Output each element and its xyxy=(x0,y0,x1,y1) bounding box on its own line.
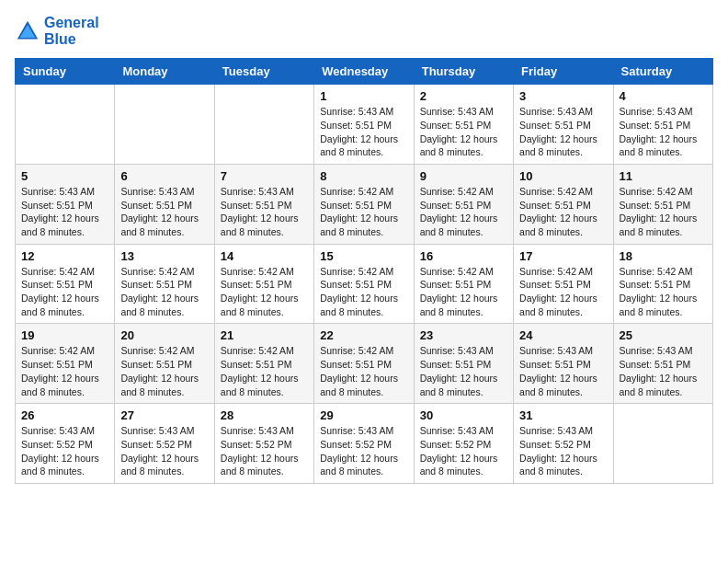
day-number: 17 xyxy=(519,249,607,263)
day-info: Sunrise: 5:42 AMSunset: 5:51 PMDaylight:… xyxy=(320,265,407,319)
day-info: Sunrise: 5:43 AMSunset: 5:51 PMDaylight:… xyxy=(221,185,308,239)
calendar-cell xyxy=(613,404,712,484)
day-info: Sunrise: 5:42 AMSunset: 5:51 PMDaylight:… xyxy=(620,185,707,239)
day-info: Sunrise: 5:43 AMSunset: 5:51 PMDaylight:… xyxy=(420,344,507,398)
day-number: 30 xyxy=(420,408,507,422)
day-info: Sunrise: 5:42 AMSunset: 5:51 PMDaylight:… xyxy=(320,344,407,398)
calendar-cell: 1Sunrise: 5:43 AMSunset: 5:51 PMDaylight… xyxy=(314,85,414,165)
calendar-cell xyxy=(115,85,214,165)
day-number: 16 xyxy=(420,249,507,263)
day-info: Sunrise: 5:43 AMSunset: 5:51 PMDaylight:… xyxy=(320,105,407,159)
calendar-cell xyxy=(16,85,115,165)
day-number: 28 xyxy=(221,408,308,422)
calendar-cell: 18Sunrise: 5:42 AMSunset: 5:51 PMDayligh… xyxy=(613,244,712,324)
day-info: Sunrise: 5:43 AMSunset: 5:51 PMDaylight:… xyxy=(620,344,707,398)
logo-icon xyxy=(15,18,40,44)
day-number: 3 xyxy=(519,89,607,103)
calendar-cell: 23Sunrise: 5:43 AMSunset: 5:51 PMDayligh… xyxy=(414,324,513,404)
calendar-week-row: 1Sunrise: 5:43 AMSunset: 5:51 PMDaylight… xyxy=(16,85,713,165)
day-info: Sunrise: 5:42 AMSunset: 5:51 PMDaylight:… xyxy=(221,344,308,398)
calendar-cell: 3Sunrise: 5:43 AMSunset: 5:51 PMDaylight… xyxy=(514,85,613,165)
calendar-cell: 9Sunrise: 5:42 AMSunset: 5:51 PMDaylight… xyxy=(414,164,513,244)
day-info: Sunrise: 5:43 AMSunset: 5:52 PMDaylight:… xyxy=(320,424,407,478)
day-number: 4 xyxy=(620,89,707,103)
calendar-cell: 8Sunrise: 5:42 AMSunset: 5:51 PMDaylight… xyxy=(314,164,414,244)
day-number: 8 xyxy=(320,169,407,183)
calendar-cell: 7Sunrise: 5:43 AMSunset: 5:51 PMDaylight… xyxy=(214,164,313,244)
day-info: Sunrise: 5:43 AMSunset: 5:52 PMDaylight:… xyxy=(120,424,208,478)
calendar-cell: 5Sunrise: 5:43 AMSunset: 5:51 PMDaylight… xyxy=(16,164,115,244)
calendar-cell: 20Sunrise: 5:42 AMSunset: 5:51 PMDayligh… xyxy=(115,324,214,404)
day-number: 23 xyxy=(420,328,507,342)
day-info: Sunrise: 5:43 AMSunset: 5:51 PMDaylight:… xyxy=(519,344,607,398)
calendar-cell: 12Sunrise: 5:42 AMSunset: 5:51 PMDayligh… xyxy=(16,244,115,324)
day-number: 26 xyxy=(21,408,108,422)
calendar-week-row: 26Sunrise: 5:43 AMSunset: 5:52 PMDayligh… xyxy=(16,404,713,484)
weekday-header-row: SundayMondayTuesdayWednesdayThursdayFrid… xyxy=(16,59,713,85)
day-number: 10 xyxy=(519,169,607,183)
calendar-cell: 31Sunrise: 5:43 AMSunset: 5:52 PMDayligh… xyxy=(514,404,613,484)
day-number: 5 xyxy=(21,169,108,183)
day-number: 2 xyxy=(420,89,507,103)
calendar-cell: 11Sunrise: 5:42 AMSunset: 5:51 PMDayligh… xyxy=(613,164,712,244)
calendar-cell: 13Sunrise: 5:42 AMSunset: 5:51 PMDayligh… xyxy=(115,244,214,324)
calendar-week-row: 5Sunrise: 5:43 AMSunset: 5:51 PMDaylight… xyxy=(16,164,713,244)
day-info: Sunrise: 5:42 AMSunset: 5:51 PMDaylight:… xyxy=(519,265,607,319)
calendar-cell: 2Sunrise: 5:43 AMSunset: 5:51 PMDaylight… xyxy=(414,85,513,165)
day-info: Sunrise: 5:42 AMSunset: 5:51 PMDaylight:… xyxy=(120,265,208,319)
calendar-cell: 14Sunrise: 5:42 AMSunset: 5:51 PMDayligh… xyxy=(214,244,313,324)
day-info: Sunrise: 5:43 AMSunset: 5:52 PMDaylight:… xyxy=(21,424,108,478)
weekday-header-sunday: Sunday xyxy=(16,59,115,85)
day-info: Sunrise: 5:43 AMSunset: 5:51 PMDaylight:… xyxy=(21,185,108,239)
logo-text-line1: General xyxy=(44,15,99,31)
weekday-header-wednesday: Wednesday xyxy=(314,59,414,85)
calendar-cell: 22Sunrise: 5:42 AMSunset: 5:51 PMDayligh… xyxy=(314,324,414,404)
day-number: 7 xyxy=(221,169,308,183)
weekday-header-monday: Monday xyxy=(115,59,214,85)
calendar-cell: 17Sunrise: 5:42 AMSunset: 5:51 PMDayligh… xyxy=(514,244,613,324)
calendar-cell: 6Sunrise: 5:43 AMSunset: 5:51 PMDaylight… xyxy=(115,164,214,244)
day-number: 21 xyxy=(221,328,308,342)
calendar-header: SundayMondayTuesdayWednesdayThursdayFrid… xyxy=(16,59,713,85)
day-number: 11 xyxy=(620,169,707,183)
logo-text-line2: Blue xyxy=(44,31,99,48)
weekday-header-tuesday: Tuesday xyxy=(214,59,313,85)
calendar-cell: 27Sunrise: 5:43 AMSunset: 5:52 PMDayligh… xyxy=(115,404,214,484)
day-number: 24 xyxy=(519,328,607,342)
calendar-cell: 21Sunrise: 5:42 AMSunset: 5:51 PMDayligh… xyxy=(214,324,313,404)
page-header: General Blue xyxy=(15,15,713,47)
calendar-cell: 24Sunrise: 5:43 AMSunset: 5:51 PMDayligh… xyxy=(514,324,613,404)
day-info: Sunrise: 5:43 AMSunset: 5:51 PMDaylight:… xyxy=(120,185,208,239)
calendar-week-row: 19Sunrise: 5:42 AMSunset: 5:51 PMDayligh… xyxy=(16,324,713,404)
calendar-cell: 30Sunrise: 5:43 AMSunset: 5:52 PMDayligh… xyxy=(414,404,513,484)
day-number: 12 xyxy=(21,249,108,263)
day-info: Sunrise: 5:42 AMSunset: 5:51 PMDaylight:… xyxy=(620,265,707,319)
calendar-cell: 19Sunrise: 5:42 AMSunset: 5:51 PMDayligh… xyxy=(16,324,115,404)
day-number: 18 xyxy=(620,249,707,263)
calendar-cell: 15Sunrise: 5:42 AMSunset: 5:51 PMDayligh… xyxy=(314,244,414,324)
day-number: 15 xyxy=(320,249,407,263)
weekday-header-saturday: Saturday xyxy=(613,59,712,85)
calendar-cell: 4Sunrise: 5:43 AMSunset: 5:51 PMDaylight… xyxy=(613,85,712,165)
day-info: Sunrise: 5:42 AMSunset: 5:51 PMDaylight:… xyxy=(420,185,507,239)
day-number: 1 xyxy=(320,89,407,103)
weekday-header-friday: Friday xyxy=(514,59,613,85)
day-number: 9 xyxy=(420,169,507,183)
day-info: Sunrise: 5:43 AMSunset: 5:51 PMDaylight:… xyxy=(519,105,607,159)
day-number: 14 xyxy=(221,249,308,263)
calendar-cell xyxy=(214,85,313,165)
calendar-week-row: 12Sunrise: 5:42 AMSunset: 5:51 PMDayligh… xyxy=(16,244,713,324)
day-info: Sunrise: 5:42 AMSunset: 5:51 PMDaylight:… xyxy=(221,265,308,319)
day-info: Sunrise: 5:42 AMSunset: 5:51 PMDaylight:… xyxy=(519,185,607,239)
calendar-cell: 26Sunrise: 5:43 AMSunset: 5:52 PMDayligh… xyxy=(16,404,115,484)
day-number: 22 xyxy=(320,328,407,342)
day-info: Sunrise: 5:42 AMSunset: 5:51 PMDaylight:… xyxy=(21,265,108,319)
day-info: Sunrise: 5:42 AMSunset: 5:51 PMDaylight:… xyxy=(120,344,208,398)
day-info: Sunrise: 5:43 AMSunset: 5:51 PMDaylight:… xyxy=(620,105,707,159)
calendar-table: SundayMondayTuesdayWednesdayThursdayFrid… xyxy=(15,58,713,484)
calendar-cell: 16Sunrise: 5:42 AMSunset: 5:51 PMDayligh… xyxy=(414,244,513,324)
calendar-body: 1Sunrise: 5:43 AMSunset: 5:51 PMDaylight… xyxy=(16,85,713,484)
calendar-cell: 29Sunrise: 5:43 AMSunset: 5:52 PMDayligh… xyxy=(314,404,414,484)
calendar-cell: 28Sunrise: 5:43 AMSunset: 5:52 PMDayligh… xyxy=(214,404,313,484)
day-info: Sunrise: 5:42 AMSunset: 5:51 PMDaylight:… xyxy=(21,344,108,398)
